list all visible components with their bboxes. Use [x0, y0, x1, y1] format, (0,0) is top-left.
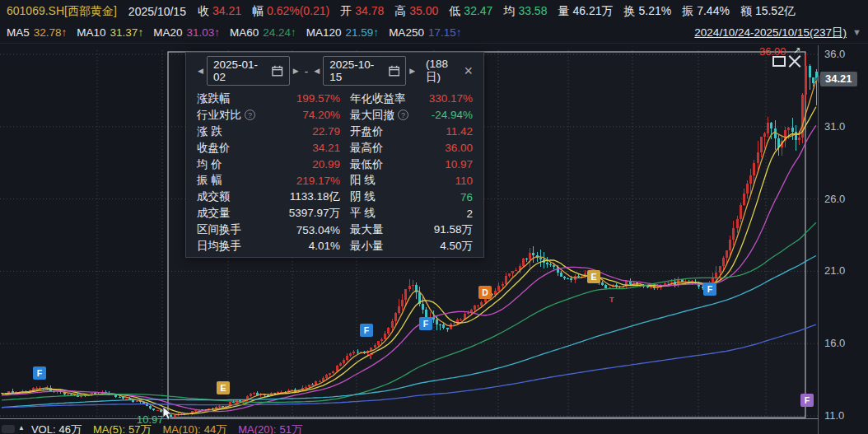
- field-label: 开: [340, 4, 352, 17]
- price-tick: 26.0: [824, 193, 845, 205]
- stat-label: 成交额: [197, 189, 261, 204]
- event-badge-F[interactable]: F: [419, 317, 432, 330]
- range-dropdown-icon[interactable]: ▼: [852, 27, 861, 37]
- stat-label: 阳 线: [350, 173, 421, 188]
- vol-ma-item: VOL:46万: [31, 423, 82, 434]
- start-date-picker[interactable]: 2025-01-02: [207, 56, 290, 86]
- vol-ma-item: MA(10):44万: [162, 423, 226, 434]
- field-value: 32.47: [464, 4, 492, 17]
- field-label: 换: [623, 4, 635, 17]
- start-date-next-icon[interactable]: ▶: [290, 67, 302, 75]
- event-badge-F[interactable]: F: [360, 324, 373, 337]
- popup-close-icon[interactable]: ×: [461, 64, 475, 77]
- price-tick: 16.0: [824, 337, 845, 349]
- selection-close-icon[interactable]: [788, 54, 800, 67]
- volume-pane-button[interactable]: [2, 425, 15, 433]
- stat-row: 日均换手4.01%最小量4.50万: [197, 238, 473, 254]
- ma-indicator: MA12021.59↑: [306, 26, 379, 39]
- field-value: 7.44%: [697, 4, 730, 17]
- ma-items: MA532.78↑MA1031.37↑MA2031.03↑MA6024.24↑M…: [7, 26, 471, 39]
- stat-value: 330.17%: [421, 92, 473, 105]
- range-days-count: (188日): [426, 58, 461, 85]
- help-question-icon[interactable]: ?: [245, 110, 255, 120]
- stat-value: 4.50万: [421, 239, 473, 254]
- field-label: 低: [449, 4, 460, 17]
- end-date-prev-icon[interactable]: ◀: [310, 67, 323, 75]
- stat-value: 34.21: [261, 142, 340, 154]
- event-badge-F[interactable]: F: [703, 282, 716, 296]
- field-value: 34.78: [355, 4, 384, 17]
- help-question-icon[interactable]: ?: [398, 110, 408, 120]
- stat-value: 76: [421, 191, 473, 203]
- vol-ma-label: MA(5):: [93, 423, 125, 434]
- stat-value: 753.04%: [261, 224, 340, 236]
- stat-label: 最大回撤?: [350, 108, 421, 123]
- stat-row: 振 幅219.17%阳 线110: [197, 172, 473, 189]
- stat-label: 开盘价: [350, 124, 421, 139]
- field-value: 33.58: [518, 4, 547, 17]
- quote-header-bar: 601069.SH[西部黄金] 2025/10/15 收34.21幅0.62%(…: [0, 0, 868, 22]
- field-label: 振: [682, 4, 693, 17]
- event-badge-E[interactable]: E: [587, 270, 600, 283]
- field-label: 幅: [252, 4, 264, 17]
- calendar-icon[interactable]: [389, 65, 399, 77]
- end-date-next-icon[interactable]: ▶: [406, 67, 418, 75]
- stat-value: 2: [421, 208, 473, 220]
- stat-value: 10.97: [421, 158, 473, 170]
- period-low-label: 10.97: [137, 413, 164, 426]
- event-badge-F[interactable]: F: [33, 366, 46, 380]
- date-range-dash: -: [305, 65, 309, 77]
- ma-label: MA60: [230, 26, 259, 39]
- quote-fields: 收34.21幅0.62%(0.21)开34.78高35.00低32.47均33.…: [198, 4, 806, 19]
- stat-label: 均 价: [197, 157, 261, 172]
- mouse-cursor-icon: [162, 406, 174, 421]
- visible-range-label[interactable]: 2024/10/24-2025/10/15(237日): [694, 26, 847, 40]
- start-date-prev-icon[interactable]: ◀: [194, 67, 207, 75]
- ma-indicator: MA25017.15↑: [389, 26, 461, 39]
- price-axis: 36.031.026.021.016.011.0 34.21: [818, 45, 868, 434]
- selection-corner-arrow-icon: ↗: [793, 45, 800, 56]
- field-label: 高: [394, 4, 406, 17]
- stat-value: 91.58万: [421, 222, 473, 237]
- end-date-value: 2025-10-15: [329, 58, 384, 83]
- stat-label: 最大量: [350, 222, 421, 237]
- ma-label: MA5: [7, 26, 30, 39]
- event-badge-D[interactable]: D: [478, 286, 492, 299]
- stock-symbol[interactable]: 601069.SH[西部黄金]: [7, 4, 117, 19]
- end-date-picker[interactable]: 2025-10-15: [323, 56, 406, 86]
- stat-label: 年化收益率: [350, 91, 421, 106]
- stat-row: 收盘价34.21最高价36.00: [197, 140, 473, 156]
- popup-stat-rows: 涨跌幅199.57%年化收益率330.17%行业对比?74.20%最大回撤?-2…: [186, 89, 483, 254]
- quote-field: 量46.21万: [558, 4, 613, 17]
- vol-ma-label: VOL:: [31, 423, 56, 434]
- start-date-value: 2025-01-02: [213, 58, 268, 83]
- field-value: 15.52亿: [755, 4, 796, 17]
- stat-label: 最高价: [350, 141, 421, 156]
- stat-label: 阴 线: [350, 189, 421, 204]
- vol-ma-value: 46万: [59, 423, 82, 434]
- ma-value: 31.37↑: [110, 26, 144, 39]
- stat-row: 区间换手753.04%最大量91.58万: [197, 222, 473, 238]
- quote-field: 收34.21: [198, 4, 241, 17]
- price-tick: 36.0: [824, 48, 845, 60]
- collapse-triangle-icon[interactable]: ▲: [18, 424, 25, 432]
- event-badge-E[interactable]: E: [217, 381, 230, 394]
- ma-value: 32.78↑: [34, 26, 68, 39]
- quote-field: 低32.47: [449, 4, 492, 17]
- box-select-icon[interactable]: [772, 56, 786, 67]
- stat-label: 涨 跌: [197, 124, 261, 139]
- vol-ma-label: MA(10):: [162, 423, 200, 434]
- ma-indicator: MA532.78↑: [7, 26, 67, 39]
- ma-label: MA250: [389, 26, 424, 39]
- popup-header: ◀ 2025-01-02 ▶ - ◀ 2025-10-15 ▶ (188日) ×: [186, 53, 483, 89]
- volume-pane-header: ▲ VOL:46万MA(5):57万MA(10):44万MA(20):51万: [0, 422, 868, 434]
- field-value: 35.00: [409, 4, 438, 17]
- stat-label: 振 幅: [197, 173, 261, 188]
- ma-value: 24.24↑: [263, 26, 296, 39]
- ma-indicator: MA6024.24↑: [230, 26, 296, 39]
- ma-indicator: MA2031.03↑: [153, 26, 220, 39]
- calendar-icon[interactable]: [272, 65, 282, 77]
- stat-row: 行业对比?74.20%最大回撤?-24.94%: [197, 107, 473, 124]
- event-badge-F[interactable]: F: [800, 394, 814, 407]
- stat-value: 5397.97万: [261, 206, 340, 221]
